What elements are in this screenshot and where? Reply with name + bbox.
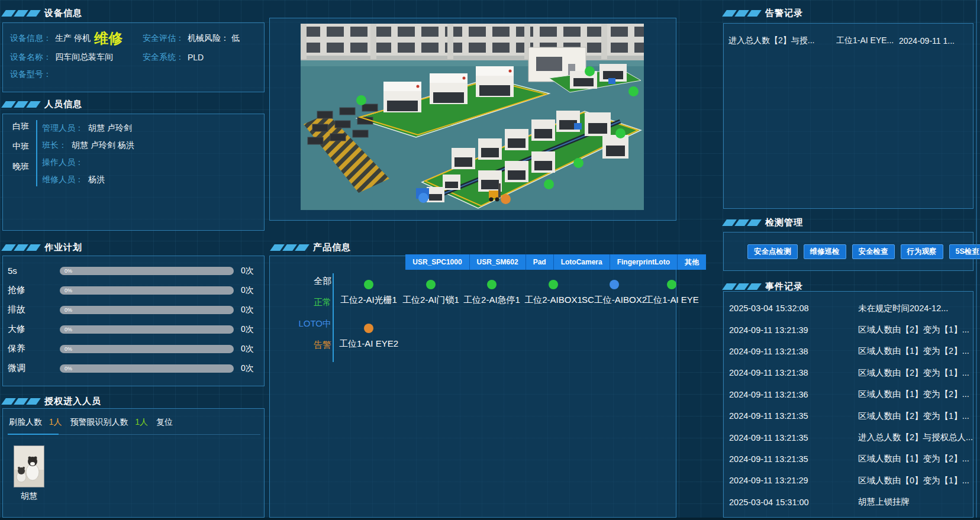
product-tab-lotocamera[interactable]: LotoCamera	[554, 254, 610, 270]
factory-3d-view	[301, 24, 644, 210]
progress-percent: 0%	[65, 267, 72, 274]
work-plan-label: 5s	[8, 266, 60, 276]
shift-tab[interactable]: 中班	[9, 141, 33, 153]
device-name: 工位2-AIBOX1	[524, 295, 582, 306]
events-title: 事件记录	[765, 281, 803, 292]
work-plan-count: 0次	[241, 285, 254, 296]
header-arrows-icon	[4, 398, 38, 405]
progress-bar: 0%	[60, 364, 234, 373]
personnel-row: 管理人员：胡慧 卢玲剑	[42, 122, 134, 134]
alarm-title: 告警记录	[765, 8, 803, 19]
personnel-title: 人员信息	[44, 99, 82, 110]
active-tab-indicator	[8, 434, 59, 435]
personnel-label: 管理人员：	[42, 123, 83, 134]
personnel-label: 班长：	[42, 140, 67, 151]
inspection-title: 检测管理	[765, 217, 803, 228]
event-time: 2024-09-11 13:21:35	[724, 454, 858, 464]
work-plan-label: 大修	[8, 324, 60, 335]
factory-status-dot	[573, 158, 584, 168]
work-plan-label: 保养	[8, 343, 60, 354]
product-tab-pad[interactable]: Pad	[526, 254, 554, 270]
event-time: 2024-09-11 13:21:39	[724, 325, 858, 335]
events-header: 事件记录	[724, 280, 803, 292]
shift-tab[interactable]: 白班	[9, 121, 33, 133]
event-time: 2024-09-11 13:21:29	[724, 476, 858, 485]
progress-bar: 0%	[60, 286, 234, 295]
device-chip[interactable]: 工位2-AIBOX1	[518, 280, 589, 306]
device-info-panel: 设备信息： 生产 停机 维修 设备名称： 四车间总装车间 设备型号： 安全评估：…	[2, 22, 265, 92]
event-row[interactable]: 2024-09-11 13:21:35进入总人数【2】与授权总人...	[724, 427, 973, 448]
page-scrollbar[interactable]	[976, 0, 977, 520]
event-row[interactable]: 2024-09-11 13:21:38区域人数由【1】变为【2】...	[724, 341, 973, 362]
personnel-label: 操作人员：	[42, 157, 83, 168]
product-tab-usr-sm602[interactable]: USR_SM602	[470, 254, 526, 270]
alarm-row[interactable]: 进入总人数【2】与授...工位1-AI EYE...2024-09-11 1..…	[724, 33, 973, 49]
progress-percent: 0%	[65, 287, 72, 294]
event-row[interactable]: 2024-09-11 13:21:35区域人数由【1】变为【2】...	[724, 448, 973, 470]
device-chip[interactable]: 工位1-AI EYE	[636, 280, 707, 306]
inspection-button[interactable]: 行为观察	[901, 244, 943, 259]
header-arrows-icon	[724, 10, 759, 17]
safety-assess-label: 安全评估：	[143, 33, 184, 44]
device-name: 工位2-AI光栅1	[340, 295, 397, 306]
inspection-button[interactable]: 安全点检测	[747, 244, 798, 259]
device-name: 工位1-AI EYE	[644, 295, 699, 306]
authorized-title: 授权进入人员	[44, 396, 101, 407]
device-name: 工位1-AI EYE2	[339, 338, 398, 350]
alarm-header: 告警记录	[724, 7, 803, 19]
tab-face-count[interactable]: 刷脸人数 1人	[9, 417, 62, 428]
progress-percent: 0%	[65, 365, 72, 372]
personnel-header: 人员信息	[4, 98, 82, 110]
status-filter[interactable]: 告警	[314, 340, 331, 351]
status-filter[interactable]: LOTO中	[298, 318, 331, 330]
bottom-edge	[0, 518, 980, 520]
alarm-time: 2024-09-11 1...	[899, 36, 968, 46]
status-filter[interactable]: 正常	[314, 297, 331, 309]
inspection-button[interactable]: 维修巡检	[804, 244, 846, 259]
personnel-row: 操作人员：	[42, 157, 134, 169]
personnel-label: 维修人员：	[42, 175, 83, 185]
person-card[interactable]: 胡慧	[14, 445, 44, 502]
device-info-title: 设备信息	[44, 8, 82, 19]
work-plan-row: 排故0%0次	[3, 300, 264, 319]
product-tab-usr-spc1000[interactable]: USR_SPC1000	[405, 254, 469, 270]
factory-status-dot	[501, 194, 511, 204]
face-count-value: 1人	[49, 417, 62, 427]
event-time: 2024-09-11 13:21:36	[724, 390, 858, 399]
tab-eye-count[interactable]: 预警眼识别人数 1人	[70, 417, 147, 428]
eye-count-label: 预警眼识别人数	[70, 417, 128, 427]
work-plan-rows: 5s0%0次抢修0%0次排故0%0次大修0%0次保养0%0次微调0%0次	[3, 261, 264, 378]
reset-button[interactable]: 复位	[156, 417, 173, 428]
event-message: 未在规定时间2024-12...	[858, 303, 973, 314]
event-row[interactable]: 2024-09-11 13:21:39区域人数由【2】变为【1】...	[724, 319, 973, 340]
device-chip[interactable]: 工位1-AI EYE2	[333, 324, 404, 350]
personnel-panel: 白班中班晚班 管理人员：胡慧 卢玲剑班长：胡慧 卢玲剑 杨洪操作人员：维修人员：…	[2, 114, 265, 231]
device-name: 工位2-AI门锁1	[402, 295, 459, 306]
work-plan-count: 0次	[241, 344, 254, 354]
event-row[interactable]: 2024-09-11 13:21:36区域人数由【1】变为【2】...	[724, 384, 973, 405]
shift-tab[interactable]: 晚班	[9, 162, 33, 173]
header-arrows-icon	[272, 244, 307, 251]
status-filter[interactable]: 全部	[314, 276, 331, 288]
inspection-button[interactable]: 安全检查	[852, 244, 895, 259]
event-row[interactable]: 2025-03-04 15:32:08未在规定时间2024-12...	[724, 298, 973, 319]
safety-system-label: 安全系统：	[143, 52, 184, 63]
event-message: 区域人数由【2】变为【1】...	[858, 367, 973, 379]
product-tab--[interactable]: 其他	[678, 254, 706, 270]
event-row[interactable]: 2024-09-11 13:21:35区域人数由【2】变为【1】...	[724, 405, 973, 427]
device-chip[interactable]: 工位2-AI门锁1	[395, 280, 466, 306]
product-tab-fingerprintloto[interactable]: FingerprintLoto	[610, 254, 678, 270]
work-plan-count: 0次	[241, 363, 254, 374]
event-message: 区域人数由【0】变为【1】...	[858, 475, 973, 486]
progress-bar: 0%	[60, 345, 234, 353]
device-info-label: 设备信息：	[10, 33, 51, 44]
event-row[interactable]: 2024-09-11 13:21:38区域人数由【2】变为【1】...	[724, 362, 973, 383]
device-chip[interactable]: 工位2-AI光栅1	[333, 280, 404, 306]
shift-divider	[36, 120, 37, 186]
factory-status-dot	[628, 86, 639, 96]
status-dot	[364, 280, 373, 289]
event-row[interactable]: 2024-09-11 13:21:29区域人数由【0】变为【1】...	[724, 470, 973, 491]
event-row[interactable]: 2025-03-04 15:31:00胡慧上锁挂牌	[724, 492, 973, 513]
personnel-value: 杨洪	[88, 175, 105, 185]
device-chip[interactable]: 工位2-AI急停1	[456, 280, 527, 306]
